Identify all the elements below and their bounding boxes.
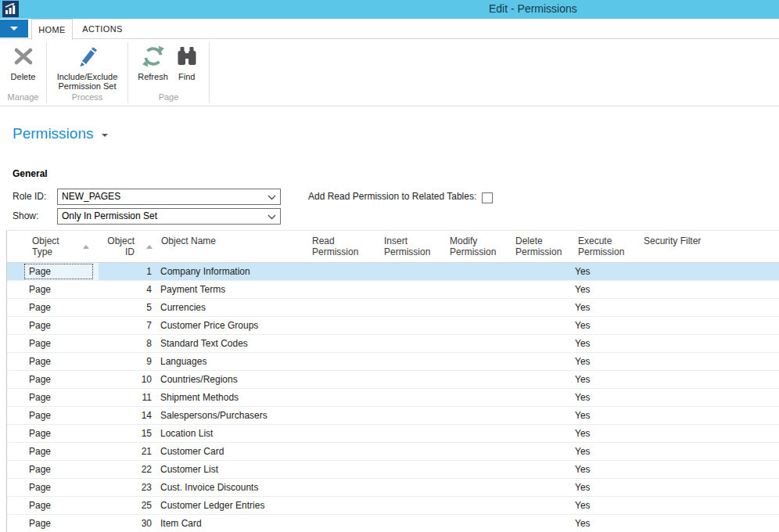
- table-row[interactable]: Page 21 Customer Card Yes: [7, 443, 779, 461]
- cell-security-filter[interactable]: [637, 443, 779, 460]
- cell-insert-permission[interactable]: [378, 317, 443, 334]
- cell-security-filter[interactable]: [637, 281, 779, 298]
- cell-security-filter[interactable]: [637, 515, 779, 532]
- cell-object-type[interactable]: Page: [24, 353, 99, 370]
- cell-object-id[interactable]: 7: [99, 317, 155, 334]
- cell-delete-permission[interactable]: [509, 353, 572, 370]
- cell-object-name[interactable]: Customer List: [155, 461, 306, 478]
- cell-delete-permission[interactable]: [509, 317, 572, 334]
- cell-delete-permission[interactable]: [509, 335, 572, 352]
- cell-modify-permission[interactable]: [443, 497, 509, 514]
- cell-read-permission[interactable]: [306, 407, 378, 424]
- cell-object-name[interactable]: Item Card: [155, 515, 306, 532]
- tab-home[interactable]: HOME: [31, 19, 73, 40]
- table-row[interactable]: Page 9 Languages Yes: [7, 353, 779, 371]
- cell-object-id[interactable]: 25: [99, 497, 155, 514]
- cell-modify-permission[interactable]: [443, 479, 509, 496]
- cell-read-permission[interactable]: [306, 515, 378, 532]
- app-menu-button[interactable]: [0, 20, 28, 38]
- table-row[interactable]: Page 8 Standard Text Codes Yes: [7, 335, 779, 353]
- table-row[interactable]: Page 15 Location List Yes: [7, 425, 779, 443]
- cell-security-filter[interactable]: [637, 479, 779, 496]
- cell-object-id[interactable]: 11: [99, 389, 155, 406]
- cell-read-permission[interactable]: [306, 371, 378, 388]
- include-exclude-permission-set-button[interactable]: Include/Exclude Permission Set: [52, 39, 124, 91]
- cell-object-type[interactable]: Page: [24, 317, 99, 334]
- tab-actions[interactable]: ACTIONS: [77, 19, 128, 40]
- cell-read-permission[interactable]: [306, 479, 378, 496]
- cell-object-type[interactable]: Page: [24, 371, 99, 388]
- cell-insert-permission[interactable]: [378, 353, 443, 370]
- cell-read-permission[interactable]: [306, 497, 378, 514]
- cell-execute-permission[interactable]: Yes: [572, 425, 637, 442]
- cell-security-filter[interactable]: [637, 263, 779, 280]
- cell-delete-permission[interactable]: [509, 371, 572, 388]
- cell-object-type[interactable]: Page: [24, 281, 99, 298]
- column-header-insert-permission[interactable]: Insert Permission: [378, 231, 443, 262]
- cell-object-name[interactable]: Location List: [155, 425, 306, 442]
- cell-execute-permission[interactable]: Yes: [572, 515, 637, 532]
- cell-object-name[interactable]: Customer Card: [155, 443, 306, 460]
- chevron-down-icon[interactable]: [267, 214, 276, 220]
- cell-modify-permission[interactable]: [443, 443, 509, 460]
- add-read-permission-checkbox[interactable]: [482, 192, 493, 203]
- cell-object-name[interactable]: Shipment Methods: [155, 389, 306, 406]
- cell-object-name[interactable]: Payment Terms: [155, 281, 306, 298]
- cell-security-filter[interactable]: [637, 299, 779, 316]
- cell-insert-permission[interactable]: [378, 263, 443, 280]
- cell-modify-permission[interactable]: [443, 335, 509, 352]
- chevron-down-icon[interactable]: [267, 195, 276, 200]
- column-header-object-name[interactable]: Object Name: [155, 231, 306, 262]
- table-row[interactable]: Page 5 Currencies Yes: [7, 299, 779, 317]
- cell-execute-permission[interactable]: Yes: [572, 263, 637, 280]
- cell-object-id[interactable]: 23: [99, 479, 155, 496]
- role-id-combobox[interactable]: NEW_PAGES: [57, 189, 281, 205]
- cell-object-type[interactable]: Page: [24, 299, 99, 316]
- cell-modify-permission[interactable]: [443, 407, 509, 424]
- cell-insert-permission[interactable]: [378, 443, 443, 460]
- cell-object-name[interactable]: Salespersons/Purchasers: [155, 407, 306, 424]
- cell-read-permission[interactable]: [306, 461, 378, 478]
- cell-delete-permission[interactable]: [509, 389, 572, 406]
- cell-security-filter[interactable]: [637, 371, 779, 388]
- cell-execute-permission[interactable]: Yes: [572, 353, 637, 370]
- column-header-execute-permission[interactable]: Execute Permission: [572, 231, 637, 262]
- table-row[interactable]: Page 10 Countries/Regions Yes: [7, 371, 779, 389]
- cell-security-filter[interactable]: [637, 407, 779, 424]
- table-row[interactable]: Page 14 Salespersons/Purchasers Yes: [7, 407, 779, 425]
- cell-object-id[interactable]: 9: [99, 353, 155, 370]
- cell-object-name[interactable]: Customer Ledger Entries: [155, 497, 306, 514]
- cell-execute-permission[interactable]: Yes: [572, 371, 637, 388]
- cell-object-name[interactable]: Company Information: [155, 263, 306, 280]
- cell-insert-permission[interactable]: [378, 461, 443, 478]
- cell-object-type[interactable]: Page: [24, 263, 99, 280]
- cell-object-type[interactable]: Page: [24, 497, 99, 514]
- cell-object-type[interactable]: Page: [24, 389, 99, 406]
- table-row[interactable]: Page 11 Shipment Methods Yes: [7, 389, 779, 407]
- table-row[interactable]: Page 4 Payment Terms Yes: [7, 281, 779, 299]
- cell-read-permission[interactable]: [306, 353, 378, 370]
- column-header-delete-permission[interactable]: Delete Permission: [509, 231, 572, 262]
- cell-read-permission[interactable]: [306, 335, 378, 352]
- cell-delete-permission[interactable]: [509, 461, 572, 478]
- cell-execute-permission[interactable]: Yes: [572, 443, 637, 460]
- cell-object-id[interactable]: 1: [99, 263, 155, 280]
- cell-insert-permission[interactable]: [378, 425, 443, 442]
- cell-object-id[interactable]: 4: [99, 281, 155, 298]
- cell-security-filter[interactable]: [637, 497, 779, 514]
- cell-execute-permission[interactable]: Yes: [572, 281, 637, 298]
- cell-modify-permission[interactable]: [443, 299, 509, 316]
- cell-object-id[interactable]: 10: [99, 371, 155, 388]
- cell-insert-permission[interactable]: [378, 281, 443, 298]
- cell-insert-permission[interactable]: [378, 389, 443, 406]
- cell-execute-permission[interactable]: Yes: [572, 335, 637, 352]
- cell-modify-permission[interactable]: [443, 389, 509, 406]
- cell-object-id[interactable]: 15: [99, 425, 155, 442]
- cell-object-id[interactable]: 5: [99, 299, 155, 316]
- cell-read-permission[interactable]: [306, 389, 378, 406]
- cell-object-id[interactable]: 22: [99, 461, 155, 478]
- cell-security-filter[interactable]: [637, 335, 779, 352]
- cell-security-filter[interactable]: [637, 317, 779, 334]
- column-header-security-filter[interactable]: Security Filter: [637, 231, 779, 262]
- cell-object-id[interactable]: 30: [99, 515, 155, 532]
